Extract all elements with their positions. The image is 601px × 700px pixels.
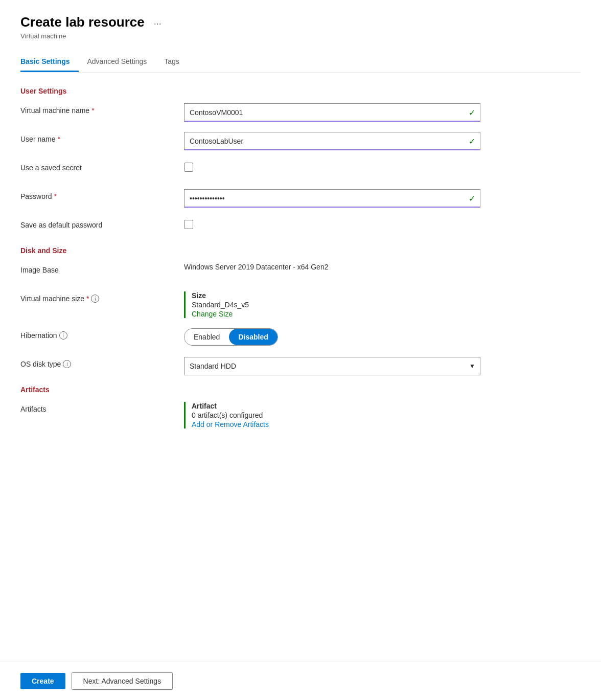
password-label: Password *	[20, 189, 184, 200]
image-base-label: Image Base	[20, 263, 184, 274]
vm-size-row: Virtual machine size * i Size Standard_D…	[20, 291, 581, 318]
default-password-control	[184, 218, 480, 229]
artifacts-header: Artifacts	[20, 386, 581, 394]
vm-name-label: Virtual machine name *	[20, 103, 184, 115]
hibernation-enabled-option[interactable]: Enabled	[184, 329, 229, 345]
vm-size-control: Size Standard_D4s_v5 Change Size	[184, 291, 480, 318]
user-name-row: User name * ✓	[20, 132, 581, 150]
image-base-row: Image Base Windows Server 2019 Datacente…	[20, 263, 581, 281]
default-password-label: Save as default password	[20, 218, 184, 229]
page-subtitle: Virtual machine	[20, 32, 581, 40]
saved-secret-control	[184, 161, 480, 172]
password-input[interactable]	[184, 189, 480, 208]
vm-name-required: *	[91, 106, 94, 115]
os-disk-select[interactable]: Standard HDD Standard SSD Premium SSD	[184, 357, 480, 375]
saved-secret-checkbox[interactable]	[184, 163, 193, 172]
tab-advanced-settings[interactable]: Advanced Settings	[87, 52, 156, 72]
size-block: Size Standard_D4s_v5 Change Size	[184, 291, 480, 318]
user-name-label: User name *	[20, 132, 184, 143]
hibernation-info-icon[interactable]: i	[59, 331, 67, 340]
disk-size-header: Disk and Size	[20, 246, 581, 255]
hibernation-control: Enabled Disabled	[184, 328, 480, 346]
os-disk-info-icon[interactable]: i	[63, 360, 71, 368]
os-disk-select-wrapper: Standard HDD Standard SSD Premium SSD ▼	[184, 357, 480, 375]
tabs-container: Basic Settings Advanced Settings Tags	[20, 52, 581, 73]
size-heading: Size	[192, 291, 480, 300]
change-size-link[interactable]: Change Size	[192, 310, 233, 318]
user-name-control: ✓	[184, 132, 480, 150]
password-control: ✓	[184, 189, 480, 208]
vm-size-info-icon[interactable]: i	[91, 295, 99, 303]
artifacts-label: Artifacts	[20, 402, 184, 413]
artifact-block: Artifact 0 artifact(s) configured Add or…	[184, 402, 480, 428]
artifact-heading: Artifact	[192, 402, 480, 410]
image-base-value: Windows Server 2019 Datacenter - x64 Gen…	[184, 263, 480, 271]
password-check-icon: ✓	[469, 194, 475, 204]
next-advanced-settings-button[interactable]: Next: Advanced Settings	[72, 672, 173, 690]
default-password-checkbox[interactable]	[184, 220, 193, 229]
default-password-row: Save as default password	[20, 218, 581, 236]
artifact-count: 0 artifact(s) configured	[192, 411, 480, 419]
saved-secret-label: Use a saved secret	[20, 161, 184, 172]
os-disk-control: Standard HDD Standard SSD Premium SSD ▼	[184, 357, 480, 375]
user-name-input[interactable]	[184, 132, 480, 150]
user-name-required: *	[57, 135, 60, 143]
tab-tags[interactable]: Tags	[164, 52, 189, 72]
add-remove-artifacts-link[interactable]: Add or Remove Artifacts	[192, 420, 269, 428]
hibernation-row: Hibernation i Enabled Disabled	[20, 328, 581, 347]
vm-name-input[interactable]	[184, 103, 480, 122]
vm-name-control: ✓	[184, 103, 480, 122]
artifacts-control: Artifact 0 artifact(s) configured Add or…	[184, 402, 480, 428]
password-required: *	[54, 192, 56, 200]
password-row: Password * ✓	[20, 189, 581, 208]
footer: Create Next: Advanced Settings	[0, 662, 601, 700]
size-value: Standard_D4s_v5	[192, 301, 480, 309]
vm-name-check-icon: ✓	[469, 108, 475, 118]
tab-basic-settings[interactable]: Basic Settings	[20, 52, 79, 72]
ellipsis-menu-icon[interactable]: ···	[154, 18, 161, 29]
create-button[interactable]: Create	[20, 673, 65, 689]
vm-size-label: Virtual machine size * i	[20, 291, 184, 303]
vm-name-row: Virtual machine name * ✓	[20, 103, 581, 122]
vm-size-required: *	[86, 295, 89, 303]
hibernation-toggle[interactable]: Enabled Disabled	[184, 328, 278, 346]
user-settings-header: User Settings	[20, 87, 581, 95]
user-name-check-icon: ✓	[469, 137, 475, 146]
saved-secret-row: Use a saved secret	[20, 161, 581, 179]
artifacts-row: Artifacts Artifact 0 artifact(s) configu…	[20, 402, 581, 428]
os-disk-label: OS disk type i	[20, 357, 184, 368]
page-title: Create lab resource	[20, 14, 145, 30]
hibernation-label: Hibernation i	[20, 328, 184, 340]
hibernation-disabled-option[interactable]: Disabled	[229, 329, 277, 345]
os-disk-row: OS disk type i Standard HDD Standard SSD…	[20, 357, 581, 375]
